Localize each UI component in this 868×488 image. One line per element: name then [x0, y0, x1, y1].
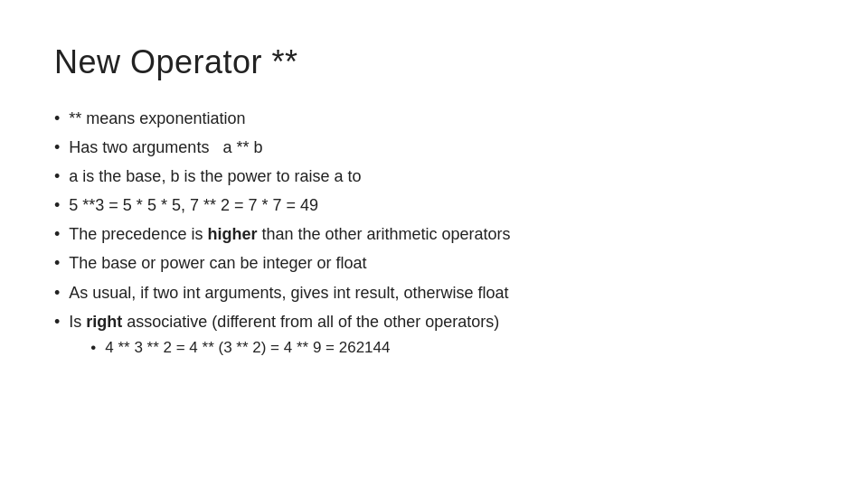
bullet-text: Is right associative (different from all… — [69, 310, 814, 360]
list-item: a is the base, b is the power to raise a… — [54, 164, 814, 188]
slide: New Operator ** ** means exponentiation … — [0, 0, 868, 488]
slide-title: New Operator ** — [54, 43, 814, 81]
list-item: Has two arguments a ** b — [54, 136, 814, 159]
bold-text: right — [86, 313, 122, 331]
bullet-text: The precedence is higher than the other … — [69, 222, 814, 246]
list-item: As usual, if two int arguments, gives in… — [54, 281, 814, 305]
bullet-text: As usual, if two int arguments, gives in… — [69, 281, 814, 305]
bullet-text: 5 **3 = 5 * 5 * 5, 7 ** 2 = 7 * 7 = 49 — [69, 193, 814, 217]
list-item: Is right associative (different from all… — [54, 310, 814, 360]
sub-bullet-list: 4 ** 3 ** 2 = 4 ** (3 ** 2) = 4 ** 9 = 2… — [69, 337, 814, 360]
list-item: The precedence is higher than the other … — [54, 222, 814, 246]
list-item: ** means exponentiation — [54, 107, 814, 130]
bullet-text: The base or power can be integer or floa… — [69, 251, 814, 275]
bullet-list: ** means exponentiation Has two argument… — [54, 107, 814, 359]
bullet-text: a is the base, b is the power to raise a… — [69, 164, 814, 188]
bullet-text: ** means exponentiation — [69, 107, 814, 130]
sub-list-item: 4 ** 3 ** 2 = 4 ** (3 ** 2) = 4 ** 9 = 2… — [69, 337, 814, 360]
bold-text: higher — [207, 225, 257, 243]
sub-bullet-text: 4 ** 3 ** 2 = 4 ** (3 ** 2) = 4 ** 9 = 2… — [105, 337, 814, 360]
list-item: 5 **3 = 5 * 5 * 5, 7 ** 2 = 7 * 7 = 49 — [54, 193, 814, 217]
bullet-text: Has two arguments a ** b — [69, 136, 814, 159]
list-item: The base or power can be integer or floa… — [54, 251, 814, 275]
